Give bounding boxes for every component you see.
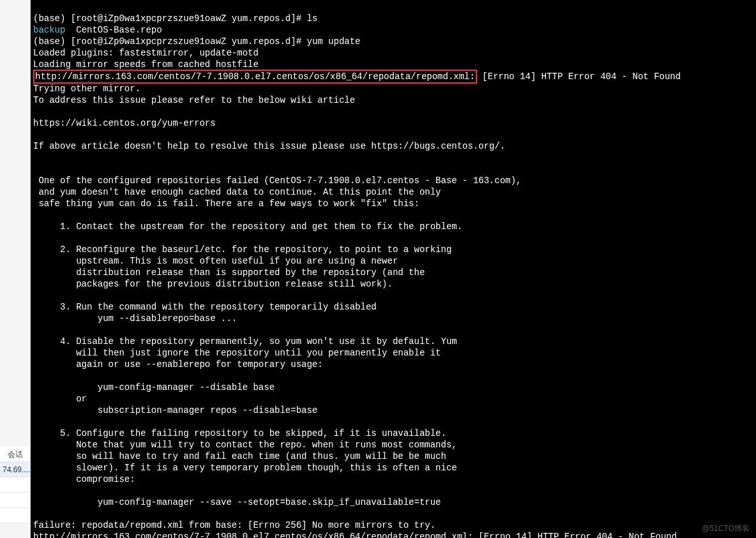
out-loaded-plugins: Loaded plugins: fastestmirror, update-mo…	[33, 48, 259, 58]
terminal[interactable]: (base) [root@iZp0wa1xpcprzszue91oawZ yum…	[31, 0, 756, 538]
out-fix-4e: or	[33, 394, 87, 404]
out-bugs-link: If above article doesn't help to resolve…	[33, 141, 505, 151]
out-fix-2a: 2. Reconfigure the baseurl/etc. for the …	[33, 244, 451, 255]
out-fix-4f: subscription-manager repos --disable=bas…	[33, 405, 317, 415]
file-centos-base: CentOS-Base.repo	[65, 25, 162, 35]
out-fix-2d: packages for the previous distribution r…	[33, 279, 393, 289]
cmd-yum-update: yum update	[306, 36, 360, 47]
out-fix-5a: 5. Configure the failing repository to b…	[33, 428, 446, 438]
sidebar-empty-3	[0, 508, 30, 523]
prompt-line-2: (base) [root@iZp0wa1xpcprzszue91oawZ yum…	[33, 36, 306, 47]
out-yum-cached: and yum doesn't have enough cached data …	[33, 187, 441, 197]
sidebar-session-label: 会话	[0, 447, 30, 462]
out-fix-4a: 4. Disable the repository permanently, s…	[33, 336, 457, 347]
out-loading-mirror: Loading mirror speeds from cached hostfi…	[33, 59, 259, 70]
out-fix-4b: will then just ignore the repository unt…	[33, 348, 441, 358]
out-safe-fail: safe thing yum can do is fail. There are…	[33, 198, 420, 209]
out-fix-5f: yum-config-manager --save --setopt=base.…	[33, 497, 441, 507]
out-fix-5e: compromise:	[33, 474, 135, 484]
out-errno-14: [Errno 14] HTTP Error 404 - Not Found	[477, 71, 681, 82]
dir-backup: backup	[33, 25, 65, 35]
sidebar-empty-1	[0, 477, 30, 493]
watermark: @51CTO博客	[702, 523, 750, 534]
out-fix-5c: so will have to try and fail each time (…	[33, 451, 446, 461]
out-failure-url: http://mirrors.163.com/centos/7-7.1908.0…	[33, 532, 677, 538]
sidebar-empty-2	[0, 493, 30, 508]
out-trying-other: Trying other mirror.	[33, 84, 140, 94]
out-fix-2b: upstream. This is most often useful if y…	[33, 256, 398, 266]
out-fix-5d: slower). If it is a very temporary probl…	[33, 463, 457, 473]
out-fix-1: 1. Contact the upstream for the reposito…	[33, 221, 462, 232]
out-fix-3b: yum --disablerepo=base ...	[33, 313, 237, 324]
out-fix-4c: again or use --enablerepo for temporary …	[33, 359, 323, 370]
cmd-ls: ls	[306, 13, 317, 24]
prompt-line-1: (base) [root@iZp0wa1xpcprzszue91oawZ yum…	[33, 13, 306, 24]
out-fix-4d: yum-config-manager --disable base	[33, 382, 275, 392]
out-failure: failure: repodata/repomd.xml from base: …	[33, 520, 435, 530]
out-wiki-link: https://wiki.centos.org/yum-errors	[33, 118, 216, 128]
out-fix-3a: 3. Run the command with the repository t…	[33, 302, 377, 312]
sidebar-session-item[interactable]: 74.69....	[0, 462, 30, 477]
out-address-issue: To address this issue please refer to th…	[33, 95, 355, 105]
highlighted-url: http://mirrors.163.com/centos/7-7.1908.0…	[33, 70, 477, 84]
out-fix-2c: distribution release than is supported b…	[33, 267, 425, 278]
sidebar: 会话 74.69....	[0, 0, 31, 538]
out-repo-failed: One of the configured repositories faile…	[33, 176, 522, 186]
out-fix-5b: Note that yum will try to contact the re…	[33, 440, 457, 450]
